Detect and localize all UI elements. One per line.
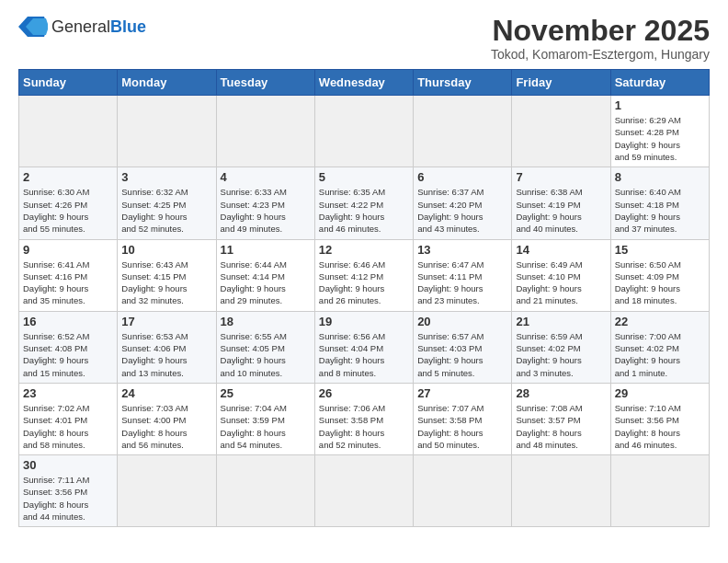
day-info: Sunrise: 6:41 AM Sunset: 4:16 PM Dayligh… (23, 259, 113, 307)
calendar-cell: 24Sunrise: 7:03 AM Sunset: 4:00 PM Dayli… (118, 383, 216, 454)
calendar-cell: 23Sunrise: 7:02 AM Sunset: 4:01 PM Dayli… (19, 383, 118, 454)
day-number: 11 (221, 243, 311, 257)
day-info: Sunrise: 6:35 AM Sunset: 4:22 PM Dayligh… (319, 186, 409, 235)
calendar-cell: 5Sunrise: 6:35 AM Sunset: 4:22 PM Daylig… (314, 167, 413, 239)
logo-blue: Blue (110, 17, 146, 36)
day-info: Sunrise: 7:03 AM Sunset: 4:00 PM Dayligh… (121, 402, 211, 451)
day-info: Sunrise: 7:00 AM Sunset: 4:02 PM Dayligh… (615, 330, 705, 379)
day-number: 2 (23, 170, 113, 184)
day-number: 27 (417, 386, 507, 400)
weekday-header-row: SundayMondayTuesdayWednesdayThursdayFrid… (19, 70, 710, 96)
day-number: 8 (615, 170, 705, 184)
day-number: 29 (615, 386, 705, 400)
day-number: 30 (23, 458, 113, 472)
day-number: 21 (516, 315, 606, 328)
calendar-cell (118, 96, 216, 167)
day-info: Sunrise: 7:08 AM Sunset: 3:57 PM Dayligh… (516, 402, 606, 451)
day-info: Sunrise: 6:47 AM Sunset: 4:11 PM Dayligh… (417, 259, 507, 307)
calendar-cell: 21Sunrise: 6:59 AM Sunset: 4:02 PM Dayli… (512, 311, 610, 383)
calendar-cell (216, 96, 314, 167)
weekday-header: Wednesday (314, 70, 413, 96)
calendar-cell: 28Sunrise: 7:08 AM Sunset: 3:57 PM Dayli… (512, 383, 610, 454)
day-info: Sunrise: 6:40 AM Sunset: 4:18 PM Dayligh… (615, 186, 705, 235)
header: GeneralBlue November 2025 Tokod, Komarom… (18, 15, 710, 62)
day-number: 28 (516, 386, 606, 400)
calendar-cell: 20Sunrise: 6:57 AM Sunset: 4:03 PM Dayli… (414, 311, 512, 383)
day-info: Sunrise: 6:53 AM Sunset: 4:06 PM Dayligh… (121, 330, 211, 379)
calendar-cell (19, 96, 118, 167)
calendar-cell: 27Sunrise: 7:07 AM Sunset: 3:58 PM Dayli… (414, 383, 512, 454)
day-number: 9 (23, 243, 113, 257)
day-info: Sunrise: 6:44 AM Sunset: 4:14 PM Dayligh… (221, 259, 311, 307)
weekday-header: Friday (512, 70, 610, 96)
calendar-cell (414, 96, 512, 167)
day-number: 3 (121, 170, 211, 184)
day-number: 20 (417, 315, 507, 328)
calendar-cell: 9Sunrise: 6:41 AM Sunset: 4:16 PM Daylig… (19, 239, 118, 311)
calendar-cell (414, 455, 512, 527)
day-number: 10 (121, 243, 211, 257)
day-info: Sunrise: 6:46 AM Sunset: 4:12 PM Dayligh… (319, 259, 409, 307)
day-number: 6 (417, 170, 507, 184)
calendar-cell: 11Sunrise: 6:44 AM Sunset: 4:14 PM Dayli… (216, 239, 314, 311)
day-number: 23 (23, 386, 113, 400)
day-number: 22 (615, 315, 705, 328)
day-number: 19 (319, 315, 409, 328)
calendar-cell: 18Sunrise: 6:55 AM Sunset: 4:05 PM Dayli… (216, 311, 314, 383)
calendar-cell (314, 455, 413, 527)
location-title: Tokod, Komarom-Esztergom, Hungary (491, 47, 710, 62)
day-number: 13 (417, 243, 507, 257)
calendar-cell: 3Sunrise: 6:32 AM Sunset: 4:25 PM Daylig… (118, 167, 216, 239)
day-number: 17 (121, 315, 211, 328)
day-info: Sunrise: 7:06 AM Sunset: 3:58 PM Dayligh… (319, 402, 409, 451)
calendar-cell (512, 96, 610, 167)
day-info: Sunrise: 6:32 AM Sunset: 4:25 PM Dayligh… (121, 186, 211, 235)
weekday-header: Saturday (610, 70, 709, 96)
day-info: Sunrise: 6:49 AM Sunset: 4:10 PM Dayligh… (516, 259, 606, 307)
day-info: Sunrise: 7:11 AM Sunset: 3:56 PM Dayligh… (23, 474, 113, 523)
calendar-cell: 4Sunrise: 6:33 AM Sunset: 4:23 PM Daylig… (216, 167, 314, 239)
calendar-cell: 17Sunrise: 6:53 AM Sunset: 4:06 PM Dayli… (118, 311, 216, 383)
title-area: November 2025 Tokod, Komarom-Esztergom, … (491, 15, 710, 62)
logo: GeneralBlue (18, 15, 146, 39)
calendar-week-row: 1Sunrise: 6:29 AM Sunset: 4:28 PM Daylig… (19, 96, 710, 167)
day-number: 25 (221, 386, 311, 400)
calendar-cell: 22Sunrise: 7:00 AM Sunset: 4:02 PM Dayli… (610, 311, 709, 383)
day-info: Sunrise: 6:29 AM Sunset: 4:28 PM Dayligh… (615, 114, 705, 163)
calendar-cell: 25Sunrise: 7:04 AM Sunset: 3:59 PM Dayli… (216, 383, 314, 454)
logo-general: General (51, 17, 110, 36)
calendar-cell: 15Sunrise: 6:50 AM Sunset: 4:09 PM Dayli… (610, 239, 709, 311)
weekday-header: Tuesday (216, 70, 314, 96)
calendar-cell: 26Sunrise: 7:06 AM Sunset: 3:58 PM Dayli… (314, 383, 413, 454)
calendar-cell: 29Sunrise: 7:10 AM Sunset: 3:56 PM Dayli… (610, 383, 709, 454)
calendar-cell: 8Sunrise: 6:40 AM Sunset: 4:18 PM Daylig… (610, 167, 709, 239)
calendar-cell (512, 455, 610, 527)
day-number: 24 (121, 386, 211, 400)
day-number: 4 (221, 170, 311, 184)
calendar-cell: 6Sunrise: 6:37 AM Sunset: 4:20 PM Daylig… (414, 167, 512, 239)
day-info: Sunrise: 6:55 AM Sunset: 4:05 PM Dayligh… (221, 330, 311, 379)
calendar-cell (610, 455, 709, 527)
day-number: 1 (615, 98, 705, 112)
calendar-cell: 30Sunrise: 7:11 AM Sunset: 3:56 PM Dayli… (19, 455, 118, 527)
day-info: Sunrise: 6:43 AM Sunset: 4:15 PM Dayligh… (121, 259, 211, 307)
calendar-cell: 10Sunrise: 6:43 AM Sunset: 4:15 PM Dayli… (118, 239, 216, 311)
calendar-week-row: 2Sunrise: 6:30 AM Sunset: 4:26 PM Daylig… (19, 167, 710, 239)
day-info: Sunrise: 6:30 AM Sunset: 4:26 PM Dayligh… (23, 186, 113, 235)
calendar-week-row: 23Sunrise: 7:02 AM Sunset: 4:01 PM Dayli… (19, 383, 710, 454)
calendar-cell: 7Sunrise: 6:38 AM Sunset: 4:19 PM Daylig… (512, 167, 610, 239)
logo-icon (18, 15, 48, 39)
calendar-cell: 12Sunrise: 6:46 AM Sunset: 4:12 PM Dayli… (314, 239, 413, 311)
day-number: 5 (319, 170, 409, 184)
day-info: Sunrise: 6:57 AM Sunset: 4:03 PM Dayligh… (417, 330, 507, 379)
day-info: Sunrise: 6:56 AM Sunset: 4:04 PM Dayligh… (319, 330, 409, 379)
weekday-header: Thursday (414, 70, 512, 96)
day-info: Sunrise: 6:59 AM Sunset: 4:02 PM Dayligh… (516, 330, 606, 379)
day-info: Sunrise: 6:50 AM Sunset: 4:09 PM Dayligh… (615, 259, 705, 307)
calendar-cell: 16Sunrise: 6:52 AM Sunset: 4:08 PM Dayli… (19, 311, 118, 383)
day-info: Sunrise: 6:52 AM Sunset: 4:08 PM Dayligh… (23, 330, 113, 379)
day-info: Sunrise: 6:33 AM Sunset: 4:23 PM Dayligh… (221, 186, 311, 235)
calendar-week-row: 30Sunrise: 7:11 AM Sunset: 3:56 PM Dayli… (19, 455, 710, 527)
calendar-cell: 1Sunrise: 6:29 AM Sunset: 4:28 PM Daylig… (610, 96, 709, 167)
page: GeneralBlue November 2025 Tokod, Komarom… (0, 0, 728, 536)
